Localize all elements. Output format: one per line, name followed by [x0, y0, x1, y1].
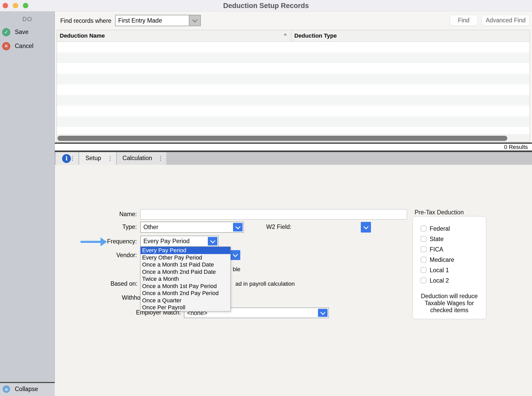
- collapse-label: Collapse: [15, 386, 38, 393]
- chevron-down-icon: [192, 17, 197, 23]
- table-header-row: Deduction Name ^ Deduction Type: [57, 30, 530, 42]
- type-chevron-button[interactable]: [233, 223, 243, 231]
- find-field-select[interactable]: First Entry Made: [115, 15, 201, 26]
- table-row[interactable]: [57, 116, 530, 127]
- name-input[interactable]: [140, 209, 407, 220]
- checkbox-label: State: [430, 236, 444, 243]
- tab-info[interactable]: i ⋮: [56, 152, 79, 165]
- based-on-label: Based on:: [99, 280, 137, 287]
- w2-field-label: W2 Field:: [252, 223, 291, 230]
- checkbox-label: Local 1: [430, 267, 449, 274]
- kebab-menu-icon[interactable]: ⋮: [158, 155, 163, 162]
- find-records-where-label: Find records where: [60, 17, 111, 24]
- collapse-button[interactable]: « Collapse: [0, 383, 55, 396]
- name-label: Name:: [99, 211, 137, 218]
- save-button[interactable]: ✓ Save: [0, 28, 55, 37]
- type-select[interactable]: Other: [140, 222, 244, 233]
- column-header-deduction-name[interactable]: Deduction Name ^: [57, 30, 291, 42]
- frequency-menu: Every Pay Period Every Other Pay Period …: [140, 247, 231, 311]
- checkbox[interactable]: [421, 267, 427, 273]
- cancel-button[interactable]: ✕ Cancel: [0, 42, 55, 51]
- table-row[interactable]: [57, 95, 530, 106]
- advanced-find-button[interactable]: Advanced Find: [482, 15, 530, 26]
- obscured-withholding-label: Withho: [122, 294, 143, 301]
- pretax-note-line: Deduction will reduce: [413, 293, 486, 300]
- column-header-deduction-type[interactable]: Deduction Type: [291, 30, 530, 42]
- checkbox[interactable]: [421, 236, 427, 242]
- table-row[interactable]: [57, 52, 530, 63]
- title-bar: Deduction Setup Records: [0, 0, 532, 11]
- w2-field-chevron-button[interactable]: [361, 222, 371, 233]
- results-table: Deduction Name ^ Deduction Type: [57, 30, 530, 142]
- type-value: Other: [143, 224, 158, 231]
- pretax-checkbox-list: Federal State FICA Medicare: [413, 225, 486, 288]
- checkbox[interactable]: [421, 226, 427, 231]
- frequency-option[interactable]: Every Other Pay Period: [141, 254, 230, 261]
- vendor-label: Vendor:: [99, 252, 137, 259]
- table-row[interactable]: [57, 74, 530, 84]
- sidebar-header: DO: [0, 16, 55, 23]
- table-body: [57, 42, 530, 134]
- window-title: Deduction Setup Records: [0, 2, 532, 10]
- checkbox-label: Federal: [430, 225, 450, 232]
- checkbox[interactable]: [421, 246, 427, 252]
- frequency-option[interactable]: Twice a Month: [141, 275, 230, 283]
- frequency-option[interactable]: Once a Month 2nd Pay Period: [141, 290, 230, 297]
- find-field-chevron-button[interactable]: [189, 15, 200, 26]
- frequency-option[interactable]: Once a Quarter: [141, 297, 230, 304]
- frequency-label: Frequency:: [99, 238, 137, 245]
- checkbox-label: Medicare: [430, 256, 454, 263]
- find-button[interactable]: Find: [450, 15, 478, 26]
- horizontal-scrollbar[interactable]: [57, 134, 530, 142]
- table-row[interactable]: [57, 63, 530, 74]
- pretax-row: State: [413, 236, 486, 242]
- frequency-chevron-button[interactable]: [208, 237, 217, 245]
- results-count: 0 Results: [504, 144, 528, 151]
- checkbox[interactable]: [421, 277, 427, 283]
- tab-label: Calculation: [117, 155, 158, 162]
- frequency-option[interactable]: Once Per Payroll: [141, 304, 230, 311]
- checkbox[interactable]: [421, 257, 427, 263]
- tab-calculation[interactable]: Calculation ⋮: [117, 152, 167, 165]
- checkbox-label: Local 2: [430, 277, 449, 284]
- find-field-value: First Entry Made: [118, 17, 162, 24]
- pretax-deduction-panel: Federal State FICA Medicare: [412, 216, 486, 319]
- chevron-down-icon: [320, 310, 325, 315]
- tab-setup[interactable]: Setup ⋮: [79, 152, 116, 165]
- results-strip: 0 Results: [55, 144, 532, 151]
- column-header-label: Deduction Type: [294, 32, 337, 39]
- employer-match-chevron-button[interactable]: [318, 309, 328, 317]
- chevron-down-icon: [363, 224, 369, 229]
- pretax-row: Local 1: [413, 267, 486, 274]
- pretax-row: Medicare: [413, 256, 486, 263]
- tab-label: Setup: [79, 155, 107, 162]
- frequency-option[interactable]: Once a Month 1st Paid Date: [141, 261, 230, 268]
- detail-tab-bar: i ⋮ Setup ⋮ Calculation ⋮: [55, 152, 532, 165]
- frequency-option[interactable]: Every Pay Period: [141, 247, 230, 254]
- obscured-taxable-text: ble: [233, 266, 240, 273]
- table-row[interactable]: [57, 42, 530, 52]
- column-header-label: Deduction Name: [60, 32, 105, 39]
- vendor-chevron-button[interactable]: [230, 250, 240, 260]
- pretax-row: Federal: [413, 225, 486, 232]
- pretax-note-line: Taxable Wages for: [413, 300, 486, 307]
- pretax-row: FICA: [413, 246, 486, 253]
- scrollbar-thumb[interactable]: [57, 136, 507, 141]
- chevron-down-icon: [233, 252, 238, 257]
- frequency-select[interactable]: Every Pay Period: [140, 236, 219, 247]
- frequency-option[interactable]: Once a Month 2nd Paid Date: [141, 268, 230, 276]
- save-button-label: Save: [15, 29, 28, 36]
- table-row[interactable]: [57, 127, 530, 134]
- table-row[interactable]: [57, 106, 530, 116]
- frequency-option[interactable]: Once a Month 1st Pay Period: [141, 283, 230, 290]
- sort-ascending-icon[interactable]: ^: [284, 32, 287, 39]
- obscured-payroll-text: ad in payroll calculation: [235, 281, 295, 287]
- kebab-menu-icon[interactable]: ⋮: [107, 155, 113, 162]
- checkbox-label: FICA: [430, 246, 443, 253]
- chevron-down-icon: [235, 224, 241, 229]
- kebab-menu-icon[interactable]: ⋮: [70, 155, 75, 162]
- pretax-note: Deduction will reduce Taxable Wages for …: [413, 293, 486, 314]
- table-row[interactable]: [57, 84, 530, 95]
- sidebar: DO ✓ Save ✕ Cancel « Collapse: [0, 11, 55, 396]
- main-area: Find records where First Entry Made Find…: [55, 11, 532, 396]
